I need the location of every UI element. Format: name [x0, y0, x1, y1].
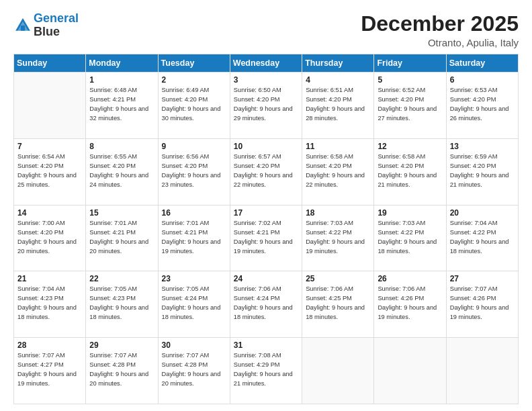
- day-info: Sunrise: 7:00 AMSunset: 4:20 PMDaylight:…: [17, 219, 82, 257]
- sunrise-label: Sunrise: 6:57 AM: [234, 153, 281, 160]
- daylight-label: Daylight: 9 hours and 21 minutes.: [450, 172, 509, 188]
- day-cell: 9Sunrise: 6:56 AMSunset: 4:20 PMDaylight…: [158, 138, 230, 205]
- sunrise-label: Sunrise: 7:07 AM: [89, 352, 137, 359]
- day-number: 29: [89, 340, 154, 350]
- day-info: Sunrise: 7:03 AMSunset: 4:22 PMDaylight:…: [306, 219, 370, 257]
- day-cell: 29Sunrise: 7:07 AMSunset: 4:28 PMDayligh…: [86, 338, 158, 404]
- sunset-label: Sunset: 4:20 PM: [378, 96, 424, 103]
- day-cell: 7Sunrise: 6:54 AMSunset: 4:20 PMDaylight…: [14, 138, 86, 205]
- day-number: 21: [17, 274, 82, 283]
- day-info: Sunrise: 7:08 AMSunset: 4:29 PMDaylight:…: [234, 351, 298, 389]
- day-info: Sunrise: 7:07 AMSunset: 4:28 PMDaylight:…: [89, 351, 154, 389]
- day-number: 4: [306, 75, 370, 85]
- sunrise-label: Sunrise: 7:06 AM: [378, 285, 425, 292]
- day-cell: 18Sunrise: 7:03 AMSunset: 4:22 PMDayligh…: [302, 205, 374, 271]
- logo-line1: General: [34, 12, 79, 26]
- daylight-label: Daylight: 9 hours and 20 minutes.: [89, 371, 148, 387]
- day-cell: 25Sunrise: 7:06 AMSunset: 4:25 PMDayligh…: [302, 271, 374, 338]
- sunset-label: Sunset: 4:20 PM: [306, 96, 352, 103]
- day-info: Sunrise: 6:50 AMSunset: 4:20 PMDaylight:…: [234, 86, 298, 124]
- day-cell: 23Sunrise: 7:05 AMSunset: 4:24 PMDayligh…: [158, 271, 230, 338]
- daylight-label: Daylight: 9 hours and 19 minutes.: [378, 304, 437, 320]
- day-info: Sunrise: 6:57 AMSunset: 4:20 PMDaylight:…: [234, 152, 298, 190]
- daylight-label: Daylight: 9 hours and 22 minutes.: [306, 172, 365, 188]
- daylight-label: Daylight: 9 hours and 19 minutes.: [234, 238, 293, 255]
- week-row-0: 1Sunrise: 6:48 AMSunset: 4:21 PMDaylight…: [14, 73, 519, 139]
- logo-icon: [13, 16, 32, 35]
- day-cell: 3Sunrise: 6:50 AMSunset: 4:20 PMDaylight…: [230, 73, 302, 139]
- sunrise-label: Sunrise: 7:06 AM: [234, 285, 281, 292]
- sunrise-label: Sunrise: 7:07 AM: [450, 285, 498, 292]
- calendar-table: Sunday Monday Tuesday Wednesday Thursday…: [13, 54, 519, 404]
- sunrise-label: Sunrise: 7:05 AM: [89, 285, 137, 292]
- sunset-label: Sunset: 4:20 PM: [378, 163, 424, 169]
- sunset-label: Sunset: 4:21 PM: [162, 229, 208, 236]
- svg-rect-2: [21, 26, 25, 31]
- sunset-label: Sunset: 4:20 PM: [17, 229, 64, 236]
- sunset-label: Sunset: 4:20 PM: [89, 163, 136, 169]
- day-cell: [374, 338, 446, 404]
- day-number: 28: [17, 340, 82, 350]
- header-sunday: Sunday: [14, 54, 86, 73]
- sunrise-label: Sunrise: 6:52 AM: [378, 87, 425, 93]
- day-info: Sunrise: 6:53 AMSunset: 4:20 PMDaylight:…: [450, 86, 515, 124]
- day-number: 7: [17, 142, 82, 151]
- day-info: Sunrise: 7:01 AMSunset: 4:21 PMDaylight:…: [89, 219, 154, 257]
- day-number: 11: [306, 142, 370, 151]
- sunset-label: Sunset: 4:22 PM: [450, 229, 496, 236]
- day-number: 14: [17, 208, 82, 218]
- day-info: Sunrise: 7:06 AMSunset: 4:25 PMDaylight:…: [306, 285, 370, 322]
- sunrise-label: Sunrise: 7:04 AM: [17, 285, 65, 292]
- day-info: Sunrise: 6:56 AMSunset: 4:20 PMDaylight:…: [162, 152, 226, 190]
- day-cell: 8Sunrise: 6:55 AMSunset: 4:20 PMDaylight…: [86, 138, 158, 205]
- day-cell: [14, 73, 86, 139]
- sunset-label: Sunset: 4:20 PM: [450, 163, 496, 169]
- daylight-label: Daylight: 9 hours and 29 minutes.: [234, 105, 293, 122]
- location: Otranto, Apulia, Italy: [361, 37, 519, 48]
- day-number: 30: [162, 340, 226, 350]
- day-number: 26: [378, 274, 442, 283]
- day-cell: 6Sunrise: 6:53 AMSunset: 4:20 PMDaylight…: [446, 73, 518, 139]
- daylight-label: Daylight: 9 hours and 19 minutes.: [162, 238, 221, 255]
- day-cell: 10Sunrise: 6:57 AMSunset: 4:20 PMDayligh…: [230, 138, 302, 205]
- day-cell: 17Sunrise: 7:02 AMSunset: 4:21 PMDayligh…: [230, 205, 302, 271]
- sunrise-label: Sunrise: 6:59 AM: [450, 153, 498, 160]
- sunset-label: Sunset: 4:20 PM: [450, 96, 496, 103]
- day-info: Sunrise: 6:49 AMSunset: 4:20 PMDaylight:…: [162, 86, 226, 124]
- day-info: Sunrise: 7:02 AMSunset: 4:21 PMDaylight:…: [234, 219, 298, 257]
- sunrise-label: Sunrise: 7:08 AM: [234, 352, 281, 359]
- sunset-label: Sunset: 4:20 PM: [306, 163, 352, 169]
- day-cell: 12Sunrise: 6:58 AMSunset: 4:20 PMDayligh…: [374, 138, 446, 205]
- day-cell: 2Sunrise: 6:49 AMSunset: 4:20 PMDaylight…: [158, 73, 230, 139]
- day-cell: 11Sunrise: 6:58 AMSunset: 4:20 PMDayligh…: [302, 138, 374, 205]
- daylight-label: Daylight: 9 hours and 19 minutes.: [306, 238, 365, 255]
- day-number: 9: [162, 142, 226, 151]
- day-cell: 22Sunrise: 7:05 AMSunset: 4:23 PMDayligh…: [86, 271, 158, 338]
- day-info: Sunrise: 7:05 AMSunset: 4:24 PMDaylight:…: [162, 285, 226, 322]
- sunset-label: Sunset: 4:21 PM: [89, 96, 136, 103]
- daylight-label: Daylight: 9 hours and 30 minutes.: [162, 105, 221, 122]
- sunset-label: Sunset: 4:26 PM: [378, 295, 424, 302]
- day-number: 1: [89, 75, 154, 85]
- logo: General Blue: [13, 12, 79, 39]
- sunset-label: Sunset: 4:21 PM: [234, 229, 280, 236]
- week-row-2: 14Sunrise: 7:00 AMSunset: 4:20 PMDayligh…: [14, 205, 519, 271]
- day-number: 19: [378, 208, 442, 218]
- daylight-label: Daylight: 9 hours and 18 minutes.: [234, 304, 293, 320]
- sunset-label: Sunset: 4:22 PM: [378, 229, 424, 236]
- day-number: 15: [89, 208, 154, 218]
- header-wednesday: Wednesday: [230, 54, 302, 73]
- sunset-label: Sunset: 4:20 PM: [162, 96, 208, 103]
- day-info: Sunrise: 7:07 AMSunset: 4:26 PMDaylight:…: [450, 285, 515, 322]
- day-info: Sunrise: 7:03 AMSunset: 4:22 PMDaylight:…: [378, 219, 442, 257]
- page: General Blue December 2025 Otranto, Apul…: [0, 0, 532, 411]
- sunset-label: Sunset: 4:28 PM: [162, 361, 208, 368]
- day-info: Sunrise: 6:55 AMSunset: 4:20 PMDaylight:…: [89, 152, 154, 190]
- day-number: 10: [234, 142, 298, 151]
- sunrise-label: Sunrise: 7:02 AM: [234, 220, 281, 226]
- day-info: Sunrise: 7:06 AMSunset: 4:26 PMDaylight:…: [378, 285, 442, 322]
- month-title: December 2025: [361, 12, 519, 36]
- week-row-3: 21Sunrise: 7:04 AMSunset: 4:23 PMDayligh…: [14, 271, 519, 338]
- sunset-label: Sunset: 4:24 PM: [162, 295, 208, 302]
- sunrise-label: Sunrise: 6:54 AM: [17, 153, 65, 160]
